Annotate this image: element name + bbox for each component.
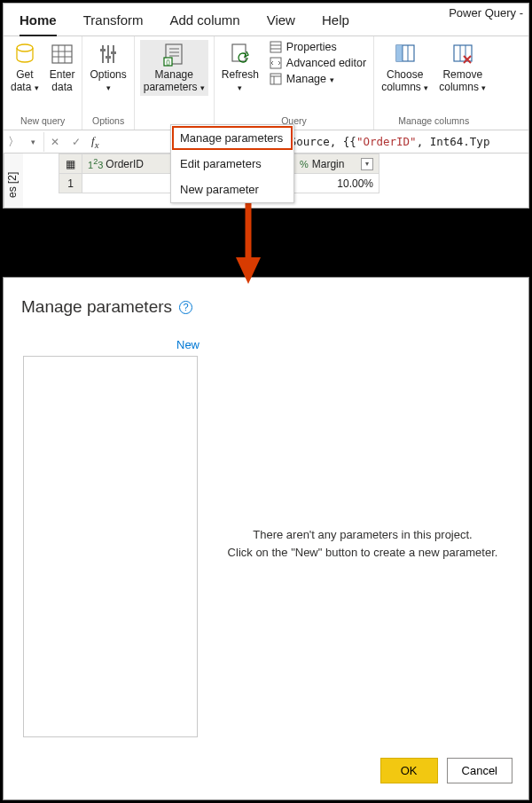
tab-view[interactable]: View — [267, 12, 295, 36]
get-data-label: Get data ▾ — [11, 69, 39, 94]
window-title: Power Query - — [449, 6, 523, 20]
fx-icon[interactable]: fx — [87, 134, 103, 150]
get-data-icon — [13, 42, 36, 67]
svg-rect-9 — [100, 49, 106, 51]
formula-step-dropdown[interactable]: ▾ — [23, 132, 44, 152]
empty-state: There aren't any parameters in this proj… — [225, 526, 500, 561]
svg-rect-27 — [396, 45, 403, 61]
choose-columns-button[interactable]: Choose columns ▾ — [379, 40, 430, 96]
row-header-corner[interactable]: ▦ — [59, 154, 82, 174]
enter-data-label: Enter data — [50, 69, 75, 94]
column-header-margin[interactable]: %Margin▾ — [294, 154, 379, 174]
manage-query-label: Manage ▾ — [286, 73, 334, 85]
group-query: Refresh▾ Properties Advanced editor Mana… — [215, 36, 374, 130]
group-manage-columns: Choose columns ▾ Remove columns ▾ Manage… — [374, 36, 493, 130]
remove-columns-button[interactable]: Remove columns ▾ — [437, 40, 488, 96]
menu-edit-parameters[interactable]: Edit parameters — [171, 151, 293, 177]
cell-orderid-1[interactable] — [82, 174, 171, 193]
queries-pane-toggle[interactable]: 〉 — [4, 134, 23, 150]
refresh-button[interactable]: Refresh▾ — [220, 40, 261, 96]
manage-parameters-menu: Manage parameters Edit parameters New pa… — [170, 124, 294, 203]
percent-type-icon: % — [300, 159, 309, 169]
remove-columns-icon — [451, 42, 474, 67]
group-options-caption: Options — [92, 113, 124, 130]
cancel-button[interactable]: Cancel — [447, 758, 512, 783]
empty-line1: There aren't any parameters in this proj… — [225, 526, 500, 544]
annotation-arrow — [231, 199, 266, 288]
tab-home[interactable]: Home — [20, 12, 57, 36]
svg-rect-7 — [107, 45, 109, 63]
svg-rect-1 — [52, 45, 72, 63]
new-parameter-link[interactable]: New — [176, 338, 200, 351]
enter-data-icon — [51, 42, 74, 67]
properties-button[interactable]: Properties — [268, 40, 368, 54]
svg-rect-22 — [270, 58, 281, 68]
svg-point-0 — [17, 44, 33, 51]
ribbon: Get data ▾ Enter data New query Options — [4, 36, 528, 130]
row-number-1[interactable]: 1 — [59, 174, 82, 193]
dialog-title-row: Manage parameters ? — [4, 278, 528, 317]
svg-text:(): () — [166, 59, 170, 66]
advanced-editor-icon — [270, 57, 282, 69]
chevron-down-icon: ▾ — [31, 138, 35, 146]
menu-new-parameter[interactable]: New parameter — [171, 177, 293, 202]
manage-parameters-button[interactable]: () Manage parameters ▾ — [140, 40, 208, 96]
manage-query-icon — [270, 73, 282, 85]
tab-help[interactable]: Help — [322, 12, 349, 36]
options-button[interactable]: Options▾ — [88, 40, 128, 96]
enter-data-button[interactable]: Enter data — [48, 40, 77, 96]
options-icon — [97, 42, 120, 67]
refresh-icon — [229, 42, 252, 67]
advanced-editor-button[interactable]: Advanced editor — [268, 56, 368, 70]
parameters-listbox[interactable] — [23, 356, 198, 737]
column-margin-label: Margin — [312, 158, 345, 170]
group-manage-columns-caption: Manage columns — [398, 113, 469, 130]
svg-rect-23 — [270, 74, 281, 84]
remove-columns-label: Remove columns ▾ — [439, 69, 486, 94]
choose-columns-icon — [394, 42, 417, 67]
svg-rect-11 — [111, 51, 116, 54]
power-query-editor: Power Query - Home Transform Add column … — [3, 3, 529, 209]
dialog-title: Manage parameters — [21, 297, 172, 317]
manage-parameters-icon: () — [161, 42, 186, 67]
tab-add-column[interactable]: Add column — [169, 12, 239, 36]
number-type-icon: 123 — [88, 157, 103, 170]
manage-parameters-dialog: Manage parameters ? New There aren't any… — [3, 277, 529, 800]
svg-rect-10 — [106, 56, 111, 59]
formula-cancel[interactable]: ✕ — [44, 132, 66, 152]
group-new-query-caption: New query — [20, 113, 65, 130]
refresh-label: Refresh▾ — [222, 69, 259, 94]
properties-icon — [270, 41, 282, 53]
check-icon: ✓ — [72, 136, 81, 148]
preview-table: ▦ 123OrderID 1 — [59, 154, 171, 193]
formula-suffix: , Int64.Typ — [417, 135, 490, 148]
group-parameters: () Manage parameters ▾ — [135, 36, 215, 130]
svg-rect-6 — [102, 45, 104, 63]
formula-accept[interactable]: ✓ — [66, 132, 87, 152]
table-icon: ▦ — [66, 158, 75, 170]
group-options: Options▾ Options — [82, 36, 134, 130]
group-new-query: Get data ▾ Enter data New query — [4, 36, 82, 130]
cell-margin-1[interactable]: 10.00% — [294, 174, 379, 193]
queries-sidebar-collapsed[interactable]: es [2] — [4, 154, 23, 209]
get-data-button[interactable]: Get data ▾ — [9, 40, 41, 96]
dialog-footer: OK Cancel — [380, 758, 512, 783]
help-icon[interactable]: ? — [179, 301, 192, 314]
column-filter-dropdown[interactable]: ▾ — [361, 158, 373, 170]
empty-line2: Click on the "New" button to create a ne… — [225, 544, 500, 562]
choose-columns-label: Choose columns ▾ — [381, 69, 428, 94]
column-header-orderid[interactable]: 123OrderID — [82, 154, 171, 174]
x-icon: ✕ — [51, 136, 59, 148]
svg-marker-34 — [236, 257, 261, 284]
column-orderid-label: OrderID — [106, 158, 144, 170]
manage-query-button[interactable]: Manage ▾ — [268, 72, 368, 86]
formula-string: "OrderID" — [356, 135, 417, 148]
manage-parameters-label: Manage parameters ▾ — [144, 69, 205, 94]
preview-table-right: %Margin▾ 10.00% — [293, 154, 379, 193]
ok-button[interactable]: OK — [380, 758, 438, 783]
options-label: Options▾ — [90, 69, 126, 94]
tab-transform[interactable]: Transform — [83, 12, 144, 36]
advanced-editor-label: Advanced editor — [286, 57, 366, 69]
menu-manage-parameters[interactable]: Manage parameters — [171, 125, 293, 151]
svg-rect-19 — [270, 42, 281, 52]
